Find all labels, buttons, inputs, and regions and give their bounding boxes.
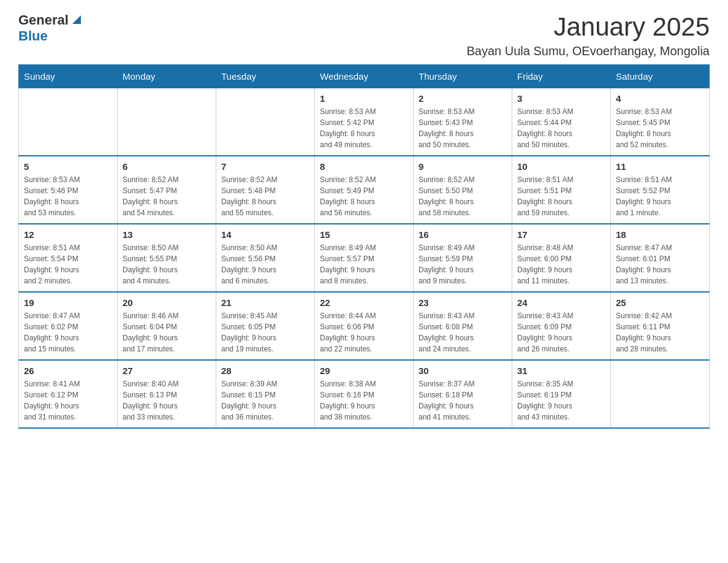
calendar-body: 1Sunrise: 8:53 AM Sunset: 5:42 PM Daylig… xyxy=(19,88,710,429)
calendar-day-10: 10Sunrise: 8:51 AM Sunset: 5:51 PM Dayli… xyxy=(512,156,611,224)
day-info: Sunrise: 8:37 AM Sunset: 6:18 PM Dayligh… xyxy=(419,378,507,423)
day-info: Sunrise: 8:52 AM Sunset: 5:47 PM Dayligh… xyxy=(123,174,211,218)
day-number: 23 xyxy=(419,297,507,308)
day-info: Sunrise: 8:40 AM Sunset: 6:13 PM Dayligh… xyxy=(123,378,211,423)
calendar-week-row: 26Sunrise: 8:41 AM Sunset: 6:12 PM Dayli… xyxy=(19,360,710,428)
calendar-day-11: 11Sunrise: 8:51 AM Sunset: 5:52 PM Dayli… xyxy=(611,156,710,224)
calendar-day-31: 31Sunrise: 8:35 AM Sunset: 6:19 PM Dayli… xyxy=(512,360,611,428)
day-info: Sunrise: 8:49 AM Sunset: 5:59 PM Dayligh… xyxy=(419,242,507,286)
day-info: Sunrise: 8:50 AM Sunset: 5:56 PM Dayligh… xyxy=(221,242,309,286)
logo-blue: Blue xyxy=(18,28,48,44)
day-number: 4 xyxy=(616,93,704,104)
calendar-day-17: 17Sunrise: 8:48 AM Sunset: 6:00 PM Dayli… xyxy=(512,224,611,292)
day-number: 25 xyxy=(616,297,704,308)
day-number: 16 xyxy=(419,229,507,240)
calendar-day-22: 22Sunrise: 8:44 AM Sunset: 6:06 PM Dayli… xyxy=(315,292,414,360)
day-number: 18 xyxy=(616,229,704,240)
day-info: Sunrise: 8:52 AM Sunset: 5:48 PM Dayligh… xyxy=(221,174,309,218)
day-number: 12 xyxy=(24,229,112,240)
calendar-day-18: 18Sunrise: 8:47 AM Sunset: 6:01 PM Dayli… xyxy=(611,224,710,292)
day-info: Sunrise: 8:43 AM Sunset: 6:08 PM Dayligh… xyxy=(419,310,507,354)
calendar-week-row: 5Sunrise: 8:53 AM Sunset: 5:46 PM Daylig… xyxy=(19,156,710,224)
weekday-header-friday: Friday xyxy=(512,65,611,88)
day-number: 29 xyxy=(320,366,408,376)
title-section: January 2025 Bayan Uula Sumu, OEvoerhang… xyxy=(466,12,710,58)
weekday-header-tuesday: Tuesday xyxy=(216,65,315,88)
calendar-subtitle: Bayan Uula Sumu, OEvoerhangay, Mongolia xyxy=(466,44,710,58)
day-info: Sunrise: 8:44 AM Sunset: 6:06 PM Dayligh… xyxy=(320,310,408,354)
day-info: Sunrise: 8:51 AM Sunset: 5:51 PM Dayligh… xyxy=(517,174,605,218)
calendar-header: SundayMondayTuesdayWednesdayThursdayFrid… xyxy=(19,65,710,88)
calendar-empty-cell xyxy=(118,88,216,156)
calendar-week-row: 12Sunrise: 8:51 AM Sunset: 5:54 PM Dayli… xyxy=(19,224,710,292)
day-info: Sunrise: 8:46 AM Sunset: 6:04 PM Dayligh… xyxy=(123,310,211,354)
day-number: 3 xyxy=(517,93,605,104)
calendar-day-6: 6Sunrise: 8:52 AM Sunset: 5:47 PM Daylig… xyxy=(118,156,216,224)
day-number: 5 xyxy=(24,161,112,172)
day-info: Sunrise: 8:53 AM Sunset: 5:42 PM Dayligh… xyxy=(320,106,408,150)
calendar-day-14: 14Sunrise: 8:50 AM Sunset: 5:56 PM Dayli… xyxy=(216,224,315,292)
weekday-header-thursday: Thursday xyxy=(414,65,512,88)
calendar-day-20: 20Sunrise: 8:46 AM Sunset: 6:04 PM Dayli… xyxy=(118,292,216,360)
day-info: Sunrise: 8:39 AM Sunset: 6:15 PM Dayligh… xyxy=(221,378,309,423)
calendar-day-19: 19Sunrise: 8:47 AM Sunset: 6:02 PM Dayli… xyxy=(19,292,118,360)
day-number: 1 xyxy=(320,93,408,104)
day-number: 30 xyxy=(419,366,507,376)
calendar-day-8: 8Sunrise: 8:52 AM Sunset: 5:49 PM Daylig… xyxy=(315,156,414,224)
day-number: 20 xyxy=(123,297,211,308)
day-number: 13 xyxy=(123,229,211,240)
day-info: Sunrise: 8:53 AM Sunset: 5:45 PM Dayligh… xyxy=(616,106,704,150)
calendar-day-13: 13Sunrise: 8:50 AM Sunset: 5:55 PM Dayli… xyxy=(118,224,216,292)
calendar-day-5: 5Sunrise: 8:53 AM Sunset: 5:46 PM Daylig… xyxy=(19,156,118,224)
day-info: Sunrise: 8:47 AM Sunset: 6:01 PM Dayligh… xyxy=(616,242,704,286)
day-number: 24 xyxy=(517,297,605,308)
day-number: 6 xyxy=(123,161,211,172)
day-number: 19 xyxy=(24,297,112,308)
day-number: 26 xyxy=(24,366,112,376)
calendar-day-1: 1Sunrise: 8:53 AM Sunset: 5:42 PM Daylig… xyxy=(315,88,414,156)
day-info: Sunrise: 8:51 AM Sunset: 5:54 PM Dayligh… xyxy=(24,242,112,286)
logo: General Blue xyxy=(18,12,83,44)
day-info: Sunrise: 8:45 AM Sunset: 6:05 PM Dayligh… xyxy=(221,310,309,354)
day-number: 8 xyxy=(320,161,408,172)
day-info: Sunrise: 8:43 AM Sunset: 6:09 PM Dayligh… xyxy=(517,310,605,354)
calendar-title: January 2025 xyxy=(466,12,710,42)
day-number: 31 xyxy=(517,366,605,376)
day-info: Sunrise: 8:50 AM Sunset: 5:55 PM Dayligh… xyxy=(123,242,211,286)
day-number: 10 xyxy=(517,161,605,172)
calendar-day-24: 24Sunrise: 8:43 AM Sunset: 6:09 PM Dayli… xyxy=(512,292,611,360)
logo-wordmark: General Blue xyxy=(18,12,83,44)
day-info: Sunrise: 8:53 AM Sunset: 5:44 PM Dayligh… xyxy=(517,106,605,150)
day-info: Sunrise: 8:35 AM Sunset: 6:19 PM Dayligh… xyxy=(517,378,605,423)
calendar-day-25: 25Sunrise: 8:42 AM Sunset: 6:11 PM Dayli… xyxy=(611,292,710,360)
day-number: 27 xyxy=(123,366,211,376)
day-number: 9 xyxy=(419,161,507,172)
weekday-header-monday: Monday xyxy=(118,65,216,88)
calendar-day-26: 26Sunrise: 8:41 AM Sunset: 6:12 PM Dayli… xyxy=(19,360,118,428)
calendar-table: SundayMondayTuesdayWednesdayThursdayFrid… xyxy=(18,64,710,429)
day-number: 7 xyxy=(221,161,309,172)
calendar-day-9: 9Sunrise: 8:52 AM Sunset: 5:50 PM Daylig… xyxy=(414,156,512,224)
day-number: 22 xyxy=(320,297,408,308)
svg-marker-0 xyxy=(72,15,81,24)
calendar-empty-cell xyxy=(611,360,710,428)
calendar-day-27: 27Sunrise: 8:40 AM Sunset: 6:13 PM Dayli… xyxy=(118,360,216,428)
logo-general: General xyxy=(18,12,69,28)
calendar-day-28: 28Sunrise: 8:39 AM Sunset: 6:15 PM Dayli… xyxy=(216,360,315,428)
calendar-day-7: 7Sunrise: 8:52 AM Sunset: 5:48 PM Daylig… xyxy=(216,156,315,224)
calendar-day-30: 30Sunrise: 8:37 AM Sunset: 6:18 PM Dayli… xyxy=(414,360,512,428)
logo-triangle-icon xyxy=(70,13,83,26)
day-number: 2 xyxy=(419,93,507,104)
day-info: Sunrise: 8:47 AM Sunset: 6:02 PM Dayligh… xyxy=(24,310,112,354)
calendar-day-12: 12Sunrise: 8:51 AM Sunset: 5:54 PM Dayli… xyxy=(19,224,118,292)
day-info: Sunrise: 8:52 AM Sunset: 5:49 PM Dayligh… xyxy=(320,174,408,218)
day-info: Sunrise: 8:52 AM Sunset: 5:50 PM Dayligh… xyxy=(419,174,507,218)
calendar-day-23: 23Sunrise: 8:43 AM Sunset: 6:08 PM Dayli… xyxy=(414,292,512,360)
calendar-day-15: 15Sunrise: 8:49 AM Sunset: 5:57 PM Dayli… xyxy=(315,224,414,292)
day-info: Sunrise: 8:42 AM Sunset: 6:11 PM Dayligh… xyxy=(616,310,704,354)
calendar-day-29: 29Sunrise: 8:38 AM Sunset: 6:16 PM Dayli… xyxy=(315,360,414,428)
day-number: 28 xyxy=(221,366,309,376)
day-number: 11 xyxy=(616,161,704,172)
day-number: 17 xyxy=(517,229,605,240)
day-number: 21 xyxy=(221,297,309,308)
